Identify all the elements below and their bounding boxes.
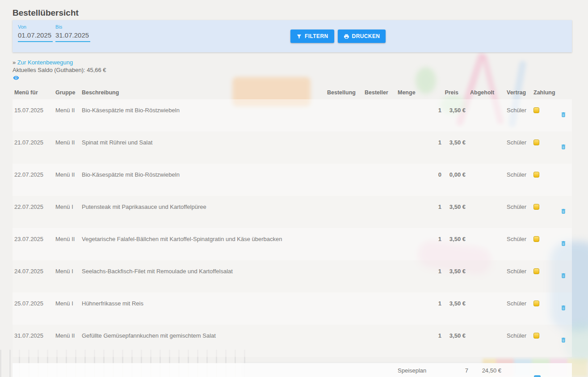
footer-eye-icon-partial[interactable]	[534, 375, 541, 377]
delete-button[interactable]	[560, 268, 567, 279]
row-abgeholt	[466, 99, 504, 107]
date-from-label: Von	[18, 24, 53, 30]
row-vertrag: Schüler	[504, 131, 530, 146]
header-abgeholt: Abgeholt	[466, 89, 504, 96]
date-to-label: Bis	[55, 24, 90, 30]
header-gruppe: Gruppe	[55, 89, 82, 96]
row-preis: 3,50 €	[441, 260, 466, 275]
row-date: 31.07.2025	[14, 325, 55, 339]
row-vertrag: Schüler	[504, 260, 530, 275]
row-description: Vegetarische Falafel-Bällchen mit Kartof…	[82, 228, 318, 242]
row-preis: 0,00 €	[441, 164, 466, 178]
footer-count: 7	[442, 367, 468, 374]
trash-icon	[560, 241, 567, 248]
trash-icon	[560, 274, 567, 280]
row-besteller	[358, 99, 394, 107]
payment-status-icon	[533, 236, 539, 242]
delete-button[interactable]	[560, 332, 567, 343]
payment-status-icon	[533, 172, 539, 178]
row-besteller	[358, 164, 394, 171]
table-row: 25.07.2025 Menü I Hühnerfrikasse mit Rei…	[13, 292, 572, 325]
row-group: Menü I	[55, 260, 82, 275]
row-abgeholt	[466, 325, 504, 332]
orders-table: Menü für Gruppe Beschreibung Bestellung …	[13, 86, 572, 377]
row-description: Bio-Käsespätzle mit Bio-Röstzwiebeln	[82, 99, 318, 114]
row-menge: 1	[394, 131, 441, 146]
row-besteller	[358, 196, 394, 203]
payment-status-icon	[533, 107, 539, 113]
row-vertrag: Schüler	[504, 325, 530, 339]
table-row: 21.07.2025 Menü II Spinat mit Rührei und…	[13, 131, 572, 164]
filter-funnel-icon	[296, 34, 302, 39]
payment-status-icon	[533, 204, 539, 210]
delete-button[interactable]	[560, 300, 567, 311]
row-preis: 3,50 €	[441, 292, 466, 307]
date-from-input[interactable]	[18, 31, 53, 42]
row-vertrag: Schüler	[504, 99, 530, 114]
filter-actions: FILTERN DRUCKEN	[290, 30, 386, 43]
row-abgeholt	[466, 131, 504, 139]
row-bestellung	[318, 228, 358, 236]
row-menge: 1	[394, 325, 441, 339]
row-menge: 1	[394, 99, 441, 114]
table-row: 31.07.2025 Menü II Gefüllte Gemüsepfannk…	[13, 325, 572, 357]
table-header-row: Menü für Gruppe Beschreibung Bestellung …	[13, 86, 572, 99]
trash-icon	[560, 145, 567, 152]
row-menge: 1	[394, 228, 441, 242]
row-vertrag: Schüler	[504, 196, 530, 210]
row-date: 25.07.2025	[14, 292, 55, 307]
row-group: Menü II	[55, 99, 82, 114]
filter-button[interactable]: FILTERN	[290, 30, 334, 43]
row-date: 24.07.2025	[14, 260, 55, 275]
row-besteller	[358, 292, 394, 300]
account-movements-link[interactable]: Zur Kontenbewegung	[17, 59, 73, 66]
row-description: Gefüllte Gemüsepfannkuchen mit gemischte…	[82, 325, 318, 339]
toggle-visibility-button[interactable]	[13, 75, 20, 81]
row-vertrag: Schüler	[504, 228, 530, 242]
row-date: 22.07.2025	[14, 164, 55, 178]
current-balance-text: Aktuelles Saldo (Guthaben): 45,66 €	[13, 67, 106, 73]
row-group: Menü II	[55, 164, 82, 178]
payment-status-icon	[533, 140, 539, 145]
row-group: Menü II	[55, 131, 82, 146]
row-group: Menü I	[55, 292, 82, 307]
page-title: Bestellübersicht	[13, 8, 79, 18]
row-abgeholt	[466, 260, 504, 268]
eye-icon	[13, 76, 20, 82]
row-abgeholt	[466, 196, 504, 203]
footer-total: 24,50 €	[468, 367, 501, 374]
row-menge: 1	[394, 196, 441, 210]
header-beschreibung: Beschreibung	[82, 89, 318, 96]
row-menge: 1	[394, 292, 441, 307]
row-date: 22.07.2025	[14, 196, 55, 210]
row-preis: 3,50 €	[441, 196, 466, 210]
row-description: Bio-Käsespätzle mit Bio-Röstzwiebeln	[82, 164, 318, 178]
row-bestellung	[318, 99, 358, 107]
payment-status-icon	[533, 301, 539, 306]
row-preis: 3,50 €	[441, 228, 466, 242]
table-footer-row: Speiseplan 7 24,50 €	[13, 363, 572, 377]
delete-button[interactable]	[560, 107, 567, 118]
row-description: Spinat mit Rührei und Salat	[82, 131, 318, 146]
delete-button[interactable]	[560, 203, 567, 215]
row-preis: 3,50 €	[441, 325, 466, 339]
row-bestellung	[318, 196, 358, 203]
row-besteller	[358, 131, 394, 139]
date-to-input[interactable]	[55, 31, 90, 42]
trash-icon	[560, 338, 567, 345]
delete-button[interactable]	[560, 236, 567, 247]
table-row: 15.07.2025 Menü II Bio-Käsespätzle mit B…	[13, 99, 572, 131]
filter-button-label: FILTERN	[305, 33, 328, 39]
payment-status-icon	[533, 268, 539, 274]
table-row: 22.07.2025 Menü I Putensteak mit Paprika…	[13, 196, 572, 228]
row-preis: 3,50 €	[441, 99, 466, 114]
row-date: 23.07.2025	[14, 228, 55, 242]
row-preis: 3,50 €	[441, 131, 466, 146]
delete-button[interactable]	[560, 139, 567, 150]
print-button[interactable]: DRUCKEN	[338, 30, 386, 43]
header-vertrag: Vertrag	[504, 89, 530, 96]
header-preis: Preis	[441, 89, 466, 96]
table-row: 23.07.2025 Menü II Vegetarische Falafel-…	[13, 228, 572, 260]
row-description: Putensteak mit Paprikasauce und Kartoffe…	[82, 196, 318, 210]
row-description: Seelachs-Backfisch-Filet mit Remoulade u…	[82, 260, 318, 275]
